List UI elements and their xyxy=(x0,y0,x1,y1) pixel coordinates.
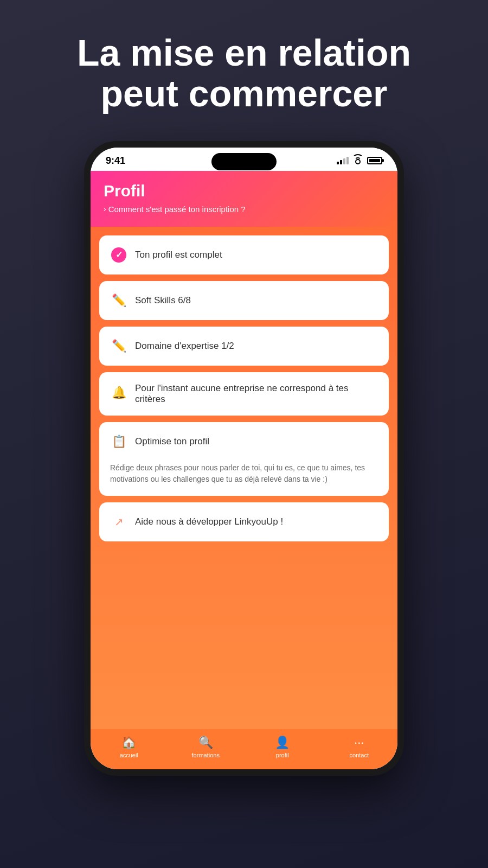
check-icon xyxy=(110,246,127,264)
card-optimize-title: Optimise ton profil xyxy=(135,436,209,447)
nav-label-formations: formations xyxy=(192,752,220,758)
card-soft-skills-text: Soft Skills 6/8 xyxy=(135,295,191,306)
optimize-header-row: 📋 Optimise ton profil xyxy=(110,433,209,450)
card-optimize-profile[interactable]: 📋 Optimise ton profil Rédige deux phrase… xyxy=(99,422,389,496)
share-icon: ↗ xyxy=(110,513,127,531)
app-title: Profil xyxy=(104,182,384,200)
battery-icon xyxy=(367,157,382,164)
app-content: Ton profil est complet ✏️ Soft Skills 6/… xyxy=(91,227,397,729)
card-optimize-subtext: Rédige deux phrases pour nous parler de … xyxy=(110,462,378,485)
card-no-company: 🔔 Pour l'instant aucune entreprise ne co… xyxy=(99,372,389,416)
status-bar: 9:41 xyxy=(91,148,397,171)
inscription-link[interactable]: › Comment s'est passé ton inscription ? xyxy=(104,205,384,214)
app-header: Profil › Comment s'est passé ton inscrip… xyxy=(91,171,397,227)
pencil-icon-2: ✏️ xyxy=(110,337,127,355)
status-time: 9:41 xyxy=(106,155,125,167)
bottom-nav: 🏠 accueil 🔍 formations 👤 profil ··· cont… xyxy=(91,729,397,769)
headline-line1: La mise en relation xyxy=(77,32,411,73)
card-help-develop-text: Aide nous à développer LinkyouUp ! xyxy=(135,516,283,527)
card-help-develop[interactable]: ↗ Aide nous à développer LinkyouUp ! xyxy=(99,502,389,541)
card-domaine-expertise[interactable]: ✏️ Domaine d'expertise 1/2 xyxy=(99,327,389,366)
inscription-link-text: Comment s'est passé ton inscription ? xyxy=(108,205,246,214)
nav-item-accueil[interactable]: 🏠 accueil xyxy=(91,736,168,758)
nav-item-formations[interactable]: 🔍 formations xyxy=(168,736,245,758)
nav-label-contact: contact xyxy=(350,752,369,758)
card-profile-complete[interactable]: Ton profil est complet xyxy=(99,235,389,275)
card-no-company-text: Pour l'instant aucune entreprise ne corr… xyxy=(135,383,378,405)
dots-icon: ··· xyxy=(354,736,364,750)
wifi-icon xyxy=(353,157,363,164)
search-icon: 🔍 xyxy=(198,736,213,750)
nav-item-profil[interactable]: 👤 profil xyxy=(244,736,321,758)
card-soft-skills[interactable]: ✏️ Soft Skills 6/8 xyxy=(99,281,389,320)
chevron-right-icon: › xyxy=(104,205,106,213)
status-icons xyxy=(337,157,382,164)
card-profile-complete-text: Ton profil est complet xyxy=(135,250,222,260)
person-icon: 👤 xyxy=(275,736,290,750)
pencil-icon-1: ✏️ xyxy=(110,292,127,309)
nav-item-contact[interactable]: ··· contact xyxy=(321,736,398,758)
nav-label-profil: profil xyxy=(276,752,289,758)
phone-inner: 9:41 Profil › xyxy=(91,148,397,769)
card-domaine-text: Domaine d'expertise 1/2 xyxy=(135,341,234,352)
phone-shell: 9:41 Profil › xyxy=(84,141,404,776)
dynamic-island xyxy=(211,153,277,170)
clipboard-plus-icon: 📋 xyxy=(110,433,127,450)
headline-line2: peut commercer xyxy=(100,73,387,114)
signal-bars-icon xyxy=(337,157,349,164)
bell-icon: 🔔 xyxy=(110,384,127,401)
nav-label-accueil: accueil xyxy=(120,752,138,758)
headline: La mise en relation peut commercer xyxy=(44,33,444,114)
home-icon: 🏠 xyxy=(121,736,136,750)
